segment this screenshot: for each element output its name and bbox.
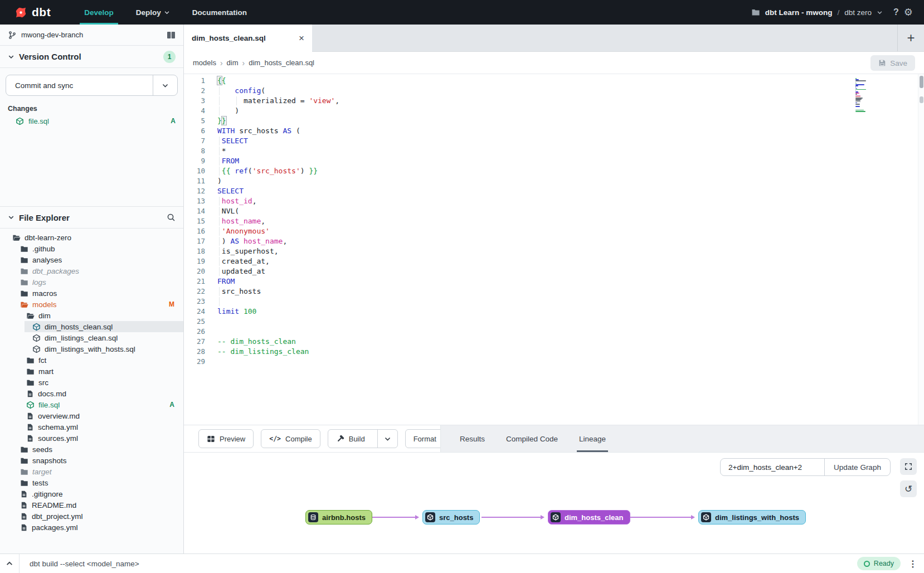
breadcrumb-dim[interactable]: dim (227, 59, 239, 67)
tree-folder-tests[interactable]: tests (0, 477, 183, 488)
editor-scrollbar[interactable] (918, 74, 924, 425)
code-line[interactable]: 4 ) (184, 106, 924, 116)
version-control-header[interactable]: Version Control 1 (0, 46, 183, 68)
tree-folder-.github[interactable]: .github (0, 243, 183, 254)
code-line[interactable]: 24limit 100 (184, 307, 924, 317)
minimap[interactable] (855, 78, 870, 113)
tree-folder-fct[interactable]: fct (0, 355, 183, 366)
preview-button[interactable]: Preview (198, 429, 254, 448)
tree-file-packages.yml[interactable]: packages.yml (0, 522, 183, 533)
tree-folder-mart[interactable]: mart (0, 366, 183, 377)
code-editor[interactable]: 1{{2 config(3 materialized = 'view',4 )5… (184, 74, 924, 425)
nav-item-develop[interactable]: Develop (73, 0, 125, 25)
lineage-node-dim_listings_with_hosts[interactable]: dim_listings_with_hosts (698, 510, 806, 525)
graph-selector-input[interactable] (721, 463, 824, 472)
code-line[interactable]: 15 host_name, (184, 216, 924, 226)
code-line[interactable]: 18 is_superhost, (184, 246, 924, 256)
tree-folder-snapshots[interactable]: snapshots (0, 455, 183, 466)
tree-folder-logs[interactable]: logs (0, 276, 183, 288)
code-line[interactable]: 19 created_at, (184, 256, 924, 266)
code-line[interactable]: 13 host_id, (184, 196, 924, 206)
tree-file-dim_listings_with_hosts.sql[interactable]: dim_listings_with_hosts.sql (0, 343, 183, 355)
breadcrumb-file[interactable]: dim_hosts_clean.sql (249, 59, 314, 67)
code-line[interactable]: 27-- dim_hosts_clean (184, 337, 924, 347)
code-line[interactable]: 6WITH src_hosts AS ( (184, 126, 924, 136)
fullscreen-icon[interactable] (900, 458, 917, 475)
tree-file-docs.md[interactable]: docs.md (0, 388, 183, 399)
scrollbar-thumb[interactable] (920, 76, 923, 88)
search-icon[interactable] (167, 213, 176, 222)
changed-file-row[interactable]: file.sqlA (0, 115, 183, 127)
tree-file-dbt_project.yml[interactable]: dbt_project.yml (0, 511, 183, 522)
tree-file-.gitignore[interactable]: .gitignore (0, 488, 183, 499)
code-line[interactable]: 22 src_hosts (184, 286, 924, 297)
environment-selector[interactable]: dbt zero (844, 8, 872, 17)
code-line[interactable]: 23 (184, 297, 924, 307)
branch-row[interactable]: mwong-dev-branch (0, 25, 183, 46)
tree-folder-seeds[interactable]: seeds (0, 444, 183, 455)
tree-file-dim_listings_clean.sql[interactable]: dim_listings_clean.sql (0, 332, 183, 343)
code-line[interactable]: 8 * (184, 146, 924, 156)
columns-icon[interactable] (167, 31, 176, 40)
tree-folder-target[interactable]: target (0, 466, 183, 477)
compile-button[interactable]: </>Compile (261, 429, 320, 448)
reset-icon[interactable]: ↺ (900, 480, 917, 497)
tree-folder-src[interactable]: src (0, 377, 183, 388)
file-explorer-header[interactable]: File Explorer (0, 206, 183, 229)
tree-file-sources.yml[interactable]: sources.yml (0, 433, 183, 444)
code-line[interactable]: 3 materialized = 'view', (184, 96, 924, 106)
lineage-node-src_hosts[interactable]: src_hosts (422, 510, 480, 525)
save-button[interactable]: Save (870, 55, 915, 71)
code-line[interactable]: 29 (184, 357, 924, 367)
commit-and-sync-button[interactable]: Commit and sync (6, 75, 178, 96)
tree-file-file.sql[interactable]: file.sqlA (0, 399, 183, 410)
gear-icon[interactable]: ⚙ (904, 7, 913, 17)
tree-folder-macros[interactable]: macros (0, 288, 183, 299)
code-line[interactable]: 20 updated_at (184, 266, 924, 276)
nav-item-documentation[interactable]: Documentation (181, 0, 258, 25)
tree-folder-dbt-learn-zero[interactable]: dbt-learn-zero (0, 232, 183, 243)
nav-item-deploy[interactable]: Deploy (125, 0, 181, 25)
tree-folder-dbt_packages[interactable]: dbt_packages (0, 265, 183, 276)
code-line[interactable]: 1{{ (184, 76, 924, 86)
build-options-toggle[interactable] (377, 430, 397, 448)
code-line[interactable]: 2 config( (184, 86, 924, 96)
tree-file-schema.yml[interactable]: schema.yml (0, 421, 183, 433)
tree-folder-dim[interactable]: dim (0, 310, 183, 321)
build-button[interactable]: Build (328, 429, 398, 448)
tab-dim-hosts-clean[interactable]: dim_hosts_clean.sql × (184, 25, 312, 52)
tree-file-README.md[interactable]: README.md (0, 499, 183, 511)
update-graph-button[interactable]: Update Graph (824, 459, 890, 475)
tree-folder-models[interactable]: modelsM (0, 299, 183, 310)
tab-lineage[interactable]: Lineage (577, 425, 608, 452)
project-name[interactable]: dbt Learn - mwong (765, 8, 833, 17)
code-line[interactable]: 10 {{ ref('src_hosts') }} (184, 166, 924, 176)
code-line[interactable]: 21FROM (184, 276, 924, 286)
commit-options-toggle[interactable] (153, 75, 177, 95)
code-line[interactable]: 14 NVL( (184, 206, 924, 216)
format-button[interactable]: Format (405, 429, 445, 448)
lineage-node-airbnb.hosts[interactable]: airbnb.hosts (305, 510, 372, 525)
command-input[interactable]: dbt build --select <model_name> (30, 560, 139, 568)
code-line[interactable]: 7 SELECT (184, 136, 924, 146)
tree-folder-analyses[interactable]: analyses (0, 254, 183, 265)
code-line[interactable]: 12SELECT (184, 186, 924, 196)
lineage-node-dim_hosts_clean[interactable]: dim_hosts_clean (548, 510, 630, 525)
code-line[interactable]: 5}} (184, 116, 924, 126)
breadcrumb-models[interactable]: models (193, 59, 216, 67)
tab-compiled-code[interactable]: Compiled Code (504, 425, 560, 452)
new-tab-button[interactable]: + (897, 25, 924, 51)
code-line[interactable]: 9 FROM (184, 156, 924, 166)
code-line[interactable]: 28-- dim_listings_clean (184, 347, 924, 357)
code-line[interactable]: 16 'Anonymous' (184, 226, 924, 236)
chevron-up-icon[interactable] (0, 554, 19, 573)
code-line[interactable]: 26 (184, 327, 924, 337)
tab-results[interactable]: Results (458, 425, 487, 452)
help-icon[interactable]: ? (893, 7, 899, 17)
kebab-menu-icon[interactable]: ⋮ (908, 559, 917, 569)
close-icon[interactable]: × (299, 33, 304, 44)
code-line[interactable]: 17 ) AS host_name, (184, 236, 924, 246)
dbt-logo[interactable]: dbt (13, 5, 51, 20)
code-line[interactable]: 11) (184, 176, 924, 186)
code-line[interactable]: 25 (184, 317, 924, 327)
